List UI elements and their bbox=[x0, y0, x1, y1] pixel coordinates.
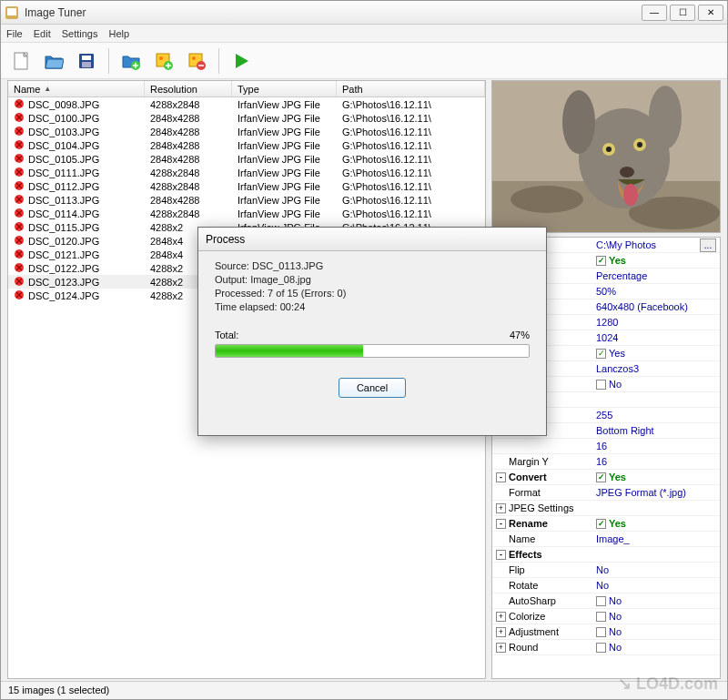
property-value[interactable] bbox=[592, 501, 720, 515]
checkbox-icon[interactable] bbox=[596, 380, 606, 390]
property-value[interactable]: Image_ bbox=[592, 532, 720, 546]
property-row[interactable]: 16 bbox=[492, 439, 720, 454]
property-row[interactable]: FormatJPEG Format (*.jpg) bbox=[492, 485, 720, 501]
column-resolution[interactable]: Resolution bbox=[145, 81, 232, 96]
property-value[interactable]: 50% bbox=[592, 284, 720, 299]
property-row[interactable]: -Convert✓Yes bbox=[492, 470, 720, 485]
property-value[interactable]: 640x480 (Facebook) bbox=[592, 299, 720, 314]
table-row[interactable]: DSC_0111.JPG4288x2848IrfanView JPG FileG… bbox=[8, 166, 485, 179]
property-row[interactable]: RotateNo bbox=[492, 578, 720, 593]
property-row[interactable]: Margin Y16 bbox=[492, 454, 720, 470]
file-type: IrfanView JPG File bbox=[232, 179, 337, 193]
property-value[interactable]: C:\My Photos... bbox=[592, 238, 720, 252]
file-path: G:\Photos\16.12.11\ bbox=[337, 97, 485, 111]
property-value[interactable]: Percentage bbox=[592, 269, 720, 283]
table-row[interactable]: DSC_0104.JPG2848x4288IrfanView JPG FileG… bbox=[8, 138, 485, 152]
property-value[interactable]: 1280 bbox=[592, 315, 720, 330]
property-label: Name bbox=[492, 532, 592, 546]
file-resolution: 2848x4288 bbox=[145, 138, 232, 152]
checkbox-icon[interactable]: ✓ bbox=[596, 472, 606, 482]
menu-help[interactable]: Help bbox=[108, 28, 129, 39]
menu-settings[interactable]: Settings bbox=[62, 28, 98, 39]
checkbox-icon[interactable]: ✓ bbox=[596, 256, 606, 266]
property-value[interactable] bbox=[592, 392, 720, 407]
property-row[interactable]: +RoundNo bbox=[492, 640, 720, 655]
property-row[interactable]: +AdjustmentNo bbox=[492, 624, 720, 640]
close-button[interactable]: ✕ bbox=[698, 5, 723, 21]
property-row[interactable]: +ColorizeNo bbox=[492, 609, 720, 624]
property-row[interactable]: -Effects bbox=[492, 547, 720, 563]
file-resolution: 2848x4288 bbox=[145, 111, 232, 125]
property-value[interactable]: No bbox=[592, 624, 720, 639]
expand-icon[interactable]: + bbox=[496, 612, 506, 622]
add-image-button[interactable] bbox=[149, 46, 178, 76]
table-row[interactable]: DSC_0112.JPG4288x2848IrfanView JPG FileG… bbox=[8, 179, 485, 193]
menu-file[interactable]: File bbox=[6, 28, 23, 39]
property-value[interactable]: No bbox=[592, 578, 720, 593]
table-row[interactable]: DSC_0105.JPG2848x4288IrfanView JPG FileG… bbox=[8, 152, 485, 166]
remove-image-button[interactable] bbox=[182, 46, 211, 76]
property-value[interactable]: ✓Yes bbox=[592, 516, 720, 531]
file-resolution: 2848x4288 bbox=[145, 193, 232, 207]
property-value[interactable]: Lanczos3 bbox=[592, 361, 720, 376]
dialog-title[interactable]: Process bbox=[198, 228, 546, 251]
property-value[interactable]: 1024 bbox=[592, 330, 720, 345]
property-value[interactable]: ✓Yes bbox=[592, 253, 720, 268]
property-row[interactable]: -Rename✓Yes bbox=[492, 516, 720, 532]
property-value[interactable]: No bbox=[592, 563, 720, 577]
expand-icon[interactable]: + bbox=[496, 627, 506, 637]
collapse-icon[interactable]: - bbox=[496, 550, 506, 560]
property-label: -Convert bbox=[492, 470, 592, 484]
checkbox-icon[interactable]: ✓ bbox=[596, 349, 606, 359]
collapse-icon[interactable]: - bbox=[496, 472, 506, 482]
file-path: G:\Photos\16.12.11\ bbox=[337, 138, 485, 152]
property-row[interactable]: NameImage_ bbox=[492, 532, 720, 547]
column-path[interactable]: Path bbox=[337, 81, 485, 96]
table-row[interactable]: DSC_0103.JPG2848x4288IrfanView JPG FileG… bbox=[8, 125, 485, 138]
property-row[interactable]: +JPEG Settings bbox=[492, 501, 720, 516]
checkbox-icon[interactable] bbox=[596, 643, 606, 653]
property-row[interactable]: AutoSharpNo bbox=[492, 593, 720, 609]
file-icon bbox=[14, 276, 26, 289]
titlebar[interactable]: Image Tuner — ☐ ✕ bbox=[1, 1, 727, 25]
maximize-button[interactable]: ☐ bbox=[670, 5, 695, 21]
new-button[interactable] bbox=[6, 46, 35, 76]
checkbox-icon[interactable] bbox=[596, 627, 606, 637]
property-value[interactable]: No bbox=[592, 377, 720, 391]
column-type[interactable]: Type bbox=[232, 81, 337, 96]
property-value[interactable]: 255 bbox=[592, 408, 720, 422]
save-button[interactable] bbox=[72, 46, 101, 76]
file-path: G:\Photos\16.12.11\ bbox=[337, 125, 485, 138]
expand-icon[interactable]: + bbox=[496, 503, 506, 513]
checkbox-icon[interactable] bbox=[596, 596, 606, 606]
svg-rect-1 bbox=[7, 8, 16, 15]
collapse-icon[interactable]: - bbox=[496, 519, 506, 529]
table-row[interactable]: DSC_0098.JPG4288x2848IrfanView JPG FileG… bbox=[8, 97, 485, 111]
property-value[interactable]: JPEG Format (*.jpg) bbox=[592, 485, 720, 500]
property-value[interactable]: ✓Yes bbox=[592, 346, 720, 360]
column-name[interactable]: Name▲ bbox=[8, 81, 145, 96]
menu-edit[interactable]: Edit bbox=[34, 28, 51, 39]
table-row[interactable]: DSC_0100.JPG2848x4288IrfanView JPG FileG… bbox=[8, 111, 485, 125]
expand-icon[interactable]: + bbox=[496, 643, 506, 653]
table-row[interactable]: DSC_0114.JPG4288x2848IrfanView JPG FileG… bbox=[8, 207, 485, 220]
table-row[interactable]: DSC_0113.JPG2848x4288IrfanView JPG FileG… bbox=[8, 193, 485, 207]
checkbox-icon[interactable] bbox=[596, 612, 606, 622]
property-value[interactable] bbox=[592, 547, 720, 562]
property-value[interactable]: No bbox=[592, 640, 720, 654]
property-value[interactable]: No bbox=[592, 609, 720, 624]
browse-button[interactable]: ... bbox=[700, 238, 716, 252]
property-value[interactable]: ✓Yes bbox=[592, 470, 720, 484]
property-value[interactable]: Bottom Right bbox=[592, 423, 720, 438]
property-value[interactable]: 16 bbox=[592, 454, 720, 469]
cancel-button[interactable]: Cancel bbox=[339, 378, 406, 398]
open-button[interactable] bbox=[39, 46, 68, 76]
add-folder-button[interactable] bbox=[116, 46, 146, 76]
minimize-button[interactable]: — bbox=[642, 5, 667, 21]
checkbox-icon[interactable]: ✓ bbox=[596, 519, 606, 529]
property-value[interactable]: No bbox=[592, 593, 720, 608]
file-icon bbox=[14, 153, 26, 166]
run-button[interactable] bbox=[227, 46, 256, 76]
property-row[interactable]: FlipNo bbox=[492, 563, 720, 578]
property-value[interactable]: 16 bbox=[592, 439, 720, 453]
